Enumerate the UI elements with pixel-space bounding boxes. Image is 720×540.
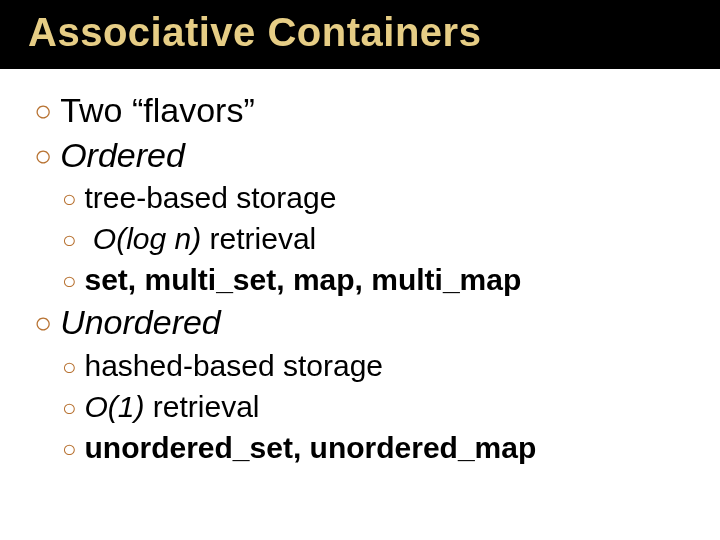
list-item-text: set, multi_set, map, multi_map	[85, 263, 522, 296]
list-item-text: Two “flavors”	[60, 91, 255, 129]
circle-bullet-icon: ○	[34, 137, 52, 175]
list-item: ○Two “flavors”	[34, 89, 720, 132]
list-item-text: Ordered	[60, 136, 185, 174]
circle-bullet-icon: ○	[34, 92, 52, 130]
circle-bullet-icon: ○	[62, 265, 77, 296]
circle-bullet-icon: ○	[62, 224, 77, 255]
circle-bullet-icon: ○	[62, 183, 77, 214]
slide-title: Associative Containers	[0, 0, 720, 69]
list-item-text: unordered_set, unordered_map	[85, 431, 537, 464]
list-item: ○set, multi_set, map, multi_map	[62, 260, 720, 299]
list-item-text: Unordered	[60, 303, 221, 341]
list-item: ○O(1) retrieval	[62, 387, 720, 426]
list-item: ○hashed-based storage	[62, 346, 720, 385]
circle-bullet-icon: ○	[34, 304, 52, 342]
list-item-text: tree-based storage	[85, 181, 337, 214]
circle-bullet-icon: ○	[62, 392, 77, 423]
list-item: ○Unordered	[34, 301, 720, 344]
list-item: ○Ordered	[34, 134, 720, 177]
slide-content: ○Two “flavors”○Ordered○tree-based storag…	[0, 69, 720, 467]
circle-bullet-icon: ○	[62, 433, 77, 464]
list-item: ○tree-based storage	[62, 178, 720, 217]
list-item: ○unordered_set, unordered_map	[62, 428, 720, 467]
list-item-text: O(1) retrieval	[85, 390, 260, 423]
list-item-text: hashed-based storage	[85, 349, 384, 382]
list-item-text: O(log n) retrieval	[85, 222, 317, 255]
list-item: ○ O(log n) retrieval	[62, 219, 720, 258]
circle-bullet-icon: ○	[62, 351, 77, 382]
slide: Associative Containers ○Two “flavors”○Or…	[0, 0, 720, 540]
bullet-list: ○Two “flavors”○Ordered○tree-based storag…	[34, 89, 720, 467]
